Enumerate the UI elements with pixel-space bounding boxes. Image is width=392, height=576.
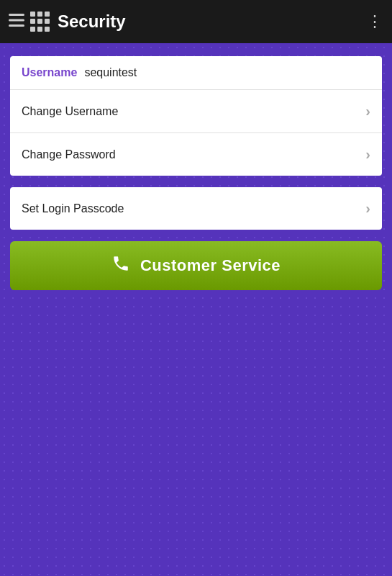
page-title: Security — [58, 12, 383, 32]
chevron-right-icon: › — [365, 200, 370, 217]
svg-rect-2 — [9, 24, 24, 27]
change-password-label: Change Password — [22, 148, 116, 161]
content-area: Username sequintest Change Username › Ch… — [0, 43, 392, 576]
app-header: Security ⋮ — [0, 0, 392, 43]
svg-rect-0 — [9, 14, 24, 16]
account-card: Username sequintest Change Username › Ch… — [10, 56, 382, 176]
change-username-label: Change Username — [22, 105, 118, 118]
grid-icon — [30, 12, 50, 32]
chevron-right-icon: › — [365, 146, 370, 163]
svg-rect-1 — [9, 19, 24, 21]
customer-service-button[interactable]: Customer Service — [10, 241, 382, 290]
change-username-row[interactable]: Change Username › — [10, 90, 382, 133]
username-value: sequintest — [84, 66, 137, 79]
set-passcode-label: Set Login Passcode — [22, 202, 124, 215]
username-row: Username sequintest — [10, 56, 382, 90]
set-passcode-row[interactable]: Set Login Passcode › — [10, 187, 382, 230]
menu-icon[interactable] — [9, 14, 24, 30]
customer-service-label: Customer Service — [140, 256, 281, 275]
more-options-icon[interactable]: ⋮ — [367, 12, 382, 31]
username-label: Username — [22, 66, 77, 79]
change-password-row[interactable]: Change Password › — [10, 133, 382, 176]
passcode-card: Set Login Passcode › — [10, 187, 382, 230]
phone-icon — [111, 254, 130, 277]
chevron-right-icon: › — [365, 103, 370, 120]
